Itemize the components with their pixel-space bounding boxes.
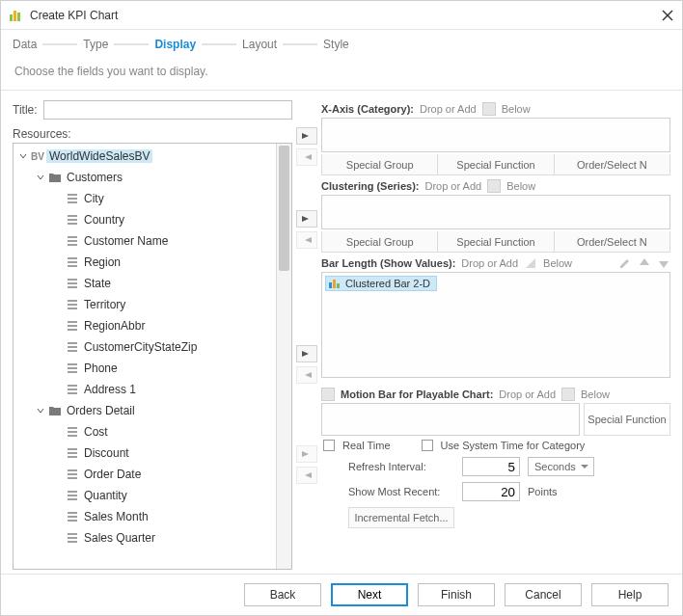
cluster-dropzone[interactable] <box>321 195 670 229</box>
bv-icon: BV <box>29 151 46 162</box>
field-icon <box>64 425 81 439</box>
svg-marker-53 <box>302 133 309 139</box>
motion-special-function-button[interactable]: Special Function <box>584 403 670 436</box>
tree-leaf[interactable]: CustomerCityStateZip <box>14 336 276 358</box>
tree-leaf[interactable]: Phone <box>14 358 276 379</box>
bar-chart-icon <box>328 278 342 289</box>
add-to-bar-button[interactable] <box>296 345 317 362</box>
cluster-order-select-button[interactable]: Order/Select N <box>555 231 670 253</box>
field-icon <box>64 489 81 502</box>
xaxis-order-select-button[interactable]: Order/Select N <box>555 154 670 175</box>
recent-input[interactable] <box>462 482 520 501</box>
motion-dropzone[interactable] <box>321 403 580 436</box>
resources-label: Resources: <box>13 127 292 141</box>
tree-leaf[interactable]: Country <box>14 209 276 230</box>
systime-checkbox[interactable] <box>422 440 433 451</box>
remove-from-cluster-button[interactable] <box>296 231 317 249</box>
field-icon <box>64 510 81 523</box>
tree-leaf[interactable]: City <box>14 188 276 209</box>
xaxis-title: X-Axis (Category): <box>321 103 414 115</box>
tree-scrollbar[interactable] <box>276 144 291 569</box>
cluster-special-function-button[interactable]: Special Function <box>438 231 554 253</box>
step-type[interactable]: Type <box>83 38 108 51</box>
close-button[interactable] <box>661 9 674 22</box>
tree-leaf[interactable]: Address 1 <box>14 379 276 400</box>
remove-from-bar-button[interactable] <box>296 366 317 384</box>
svg-marker-59 <box>302 451 309 457</box>
tree-node-root[interactable]: BV WorldWideSalesBV <box>14 146 276 167</box>
tree-leaf[interactable]: Territory <box>14 294 276 315</box>
svg-marker-58 <box>305 372 312 378</box>
realtime-label: Real Time <box>342 440 391 451</box>
move-down-icon[interactable] <box>657 256 670 270</box>
refresh-interval-input[interactable] <box>462 457 520 476</box>
realtime-checkbox[interactable] <box>323 440 335 451</box>
move-up-icon[interactable] <box>638 256 651 270</box>
tree-leaf[interactable]: Sales Quarter <box>14 527 276 549</box>
cluster-special-group-button[interactable]: Special Group <box>321 231 438 253</box>
title-input[interactable] <box>43 100 292 120</box>
chevron-down-icon[interactable] <box>17 152 29 160</box>
tree-leaf[interactable]: Quantity <box>14 485 276 506</box>
incremental-fetch-button[interactable]: Incremental Fetch... <box>348 507 454 528</box>
tree-leaf[interactable]: Customer Name <box>14 230 276 252</box>
wizard-steps: Data Type Display Layout Style <box>1 30 682 59</box>
step-data[interactable]: Data <box>13 38 37 51</box>
svg-marker-54 <box>305 154 312 160</box>
step-layout[interactable]: Layout <box>242 38 277 51</box>
svg-marker-62 <box>640 258 649 265</box>
xaxis-special-function-button[interactable]: Special Function <box>438 154 554 175</box>
placement-icon <box>561 388 575 401</box>
back-button[interactable]: Back <box>244 583 321 606</box>
title-label: Title: <box>13 103 38 117</box>
tree-leaf[interactable]: RegionAbbr <box>14 315 276 336</box>
xaxis-dropzone[interactable] <box>321 118 670 152</box>
placement-icon <box>321 388 335 401</box>
titlebar: Create KPI Chart <box>1 1 682 30</box>
tree-leaf[interactable]: Order Date <box>14 464 276 485</box>
bar-chip[interactable]: Clustered Bar 2-D <box>325 276 437 291</box>
chevron-down-icon[interactable] <box>35 174 46 181</box>
xaxis-special-group-button[interactable]: Special Group <box>321 154 438 175</box>
tree-leaf[interactable]: Sales Month <box>14 506 276 527</box>
resources-tree[interactable]: BV WorldWideSalesBV Customers City Count… <box>14 144 276 569</box>
cluster-title: Clustering (Series): <box>321 180 419 192</box>
next-button[interactable]: Next <box>331 583 408 606</box>
svg-rect-66 <box>337 283 340 288</box>
help-button[interactable]: Help <box>591 583 669 606</box>
field-icon <box>64 468 81 481</box>
step-display[interactable]: Display <box>154 38 196 51</box>
field-icon <box>64 192 81 205</box>
tree-leaf[interactable]: Discount <box>14 442 276 464</box>
add-to-motion-button[interactable] <box>296 445 317 463</box>
systime-label: Use System Time for Category <box>441 440 586 451</box>
chevron-down-icon[interactable] <box>35 407 46 415</box>
scroll-thumb[interactable] <box>279 146 289 271</box>
placement-icon <box>524 256 537 270</box>
bar-dropzone[interactable]: Clustered Bar 2-D <box>321 272 670 378</box>
finish-button[interactable]: Finish <box>418 583 495 606</box>
refresh-label: Refresh Interval: <box>348 461 454 472</box>
tree-leaf[interactable]: State <box>14 273 276 294</box>
svg-rect-65 <box>333 280 336 288</box>
svg-marker-60 <box>305 472 312 478</box>
placement-icon <box>482 102 496 116</box>
dialog-create-kpi-chart: Create KPI Chart Data Type Display Layou… <box>0 0 683 616</box>
remove-from-motion-button[interactable] <box>296 467 317 484</box>
edit-icon[interactable] <box>618 256 632 270</box>
field-icon <box>64 383 81 396</box>
tree-node-customers[interactable]: Customers <box>14 167 276 188</box>
right-panel: X-Axis (Category): Drop or Add Below Spe… <box>321 100 670 570</box>
tree-leaf[interactable]: Cost <box>14 421 276 442</box>
add-to-cluster-button[interactable] <box>296 210 317 228</box>
refresh-unit-select[interactable]: Seconds <box>528 457 594 476</box>
tree-leaf[interactable]: Region <box>14 252 276 273</box>
recent-label: Show Most Recent: <box>348 486 454 497</box>
add-to-xaxis-button[interactable] <box>296 127 317 145</box>
remove-from-xaxis-button[interactable] <box>296 148 317 166</box>
tree-node-orders[interactable]: Orders Detail <box>14 400 276 421</box>
app-icon <box>9 9 24 22</box>
cancel-button[interactable]: Cancel <box>505 583 582 606</box>
step-style[interactable]: Style <box>323 38 349 51</box>
field-icon <box>64 531 81 545</box>
